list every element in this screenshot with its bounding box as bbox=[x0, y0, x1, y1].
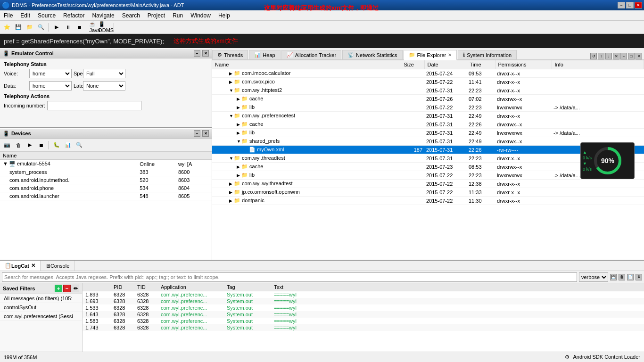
filter-edit-btn[interactable]: ✏ bbox=[72, 285, 79, 292]
incoming-number-input[interactable] bbox=[47, 101, 141, 110]
emulator-minimize[interactable]: − bbox=[194, 50, 200, 57]
col-status bbox=[137, 152, 175, 160]
log-row[interactable]: 1.693 6328 6328 com.wyl.preferenc... Sys… bbox=[83, 298, 644, 304]
menu-search[interactable]: Search bbox=[118, 10, 144, 20]
toolbar-btn-5[interactable]: ▶ bbox=[51, 22, 62, 33]
filter-preferencetest[interactable]: com.wyl.preferencetest (Sessi bbox=[0, 312, 82, 321]
menu-run[interactable]: Run bbox=[169, 10, 187, 20]
fe-row[interactable]: ▶📁 lib 2015-07-22 22:23 lrwxrwxrwx -> /d… bbox=[212, 171, 644, 180]
window-title: DDMS - PreferenceTest/src/com/wyl/prefer… bbox=[12, 2, 184, 8]
voice-select[interactable]: home bbox=[29, 69, 72, 78]
tab-threads[interactable]: ⚙ Threads bbox=[212, 50, 248, 59]
tab-explorer-close[interactable]: ✕ bbox=[448, 52, 452, 58]
menu-navigate[interactable]: Navigate bbox=[88, 10, 118, 20]
filter-all-messages[interactable]: All messages (no filters) (105: bbox=[0, 294, 82, 303]
toolbar-btn-1[interactable]: ⭐ bbox=[2, 22, 12, 33]
fe-row[interactable]: ▶📁 cache 2015-07-26 07:02 drwxrwx--x bbox=[212, 95, 644, 103]
logcat-btn3[interactable]: 📄 bbox=[627, 274, 634, 280]
panel-del[interactable]: ✕ bbox=[613, 53, 619, 59]
logcat-save-btn[interactable]: 💾 bbox=[610, 274, 617, 280]
fe-row[interactable]: ▶📁 lib 2015-07-22 22:23 lrwxrwxrwx -> /d… bbox=[212, 103, 644, 112]
filter-remove-btn[interactable]: − bbox=[63, 285, 71, 292]
menu-help[interactable]: Help bbox=[215, 10, 234, 20]
close-button[interactable]: ✕ bbox=[635, 2, 642, 8]
toolbar-btn-7[interactable]: ⏹ bbox=[74, 22, 84, 33]
device-row-launcher[interactable]: com.android.launcher 548 8605 bbox=[0, 192, 212, 200]
devices-close[interactable]: ✕ bbox=[202, 130, 209, 137]
latency-select[interactable]: None bbox=[83, 81, 125, 90]
log-row[interactable]: 1.533 6328 6328 com.wyl.preferenc... Sys… bbox=[83, 304, 644, 311]
verbose-select[interactable]: verbose debug info warn error bbox=[579, 272, 608, 282]
panel-up[interactable]: ↑ bbox=[598, 53, 604, 59]
fe-row[interactable]: ▶📁 com.svox.pico 2015-07-22 11:41 drwxr-… bbox=[212, 78, 644, 86]
tab-heap[interactable]: 📊 Heap bbox=[249, 50, 280, 59]
fe-row[interactable]: ▶📁 jp.co.omronsoft.openwnn 2015-07-22 11… bbox=[212, 188, 644, 197]
devices-toolbar-btn-6[interactable]: 📊 bbox=[63, 140, 73, 150]
menu-project[interactable]: Project bbox=[144, 10, 169, 20]
fe-row[interactable]: ▼📁 com.wyl.httptest2 2015-07-31 22:23 dr… bbox=[212, 86, 644, 95]
toolbar-btn-2[interactable]: 💾 bbox=[13, 22, 24, 33]
devices-toolbar-btn-2[interactable]: 🗑 bbox=[13, 140, 24, 150]
logcat-scroll-btn[interactable]: ⬇ bbox=[636, 274, 642, 280]
tab-console[interactable]: 🖥 Console bbox=[41, 261, 74, 271]
devices-toolbar-btn-3[interactable]: ▶ bbox=[25, 140, 35, 150]
device-row-inputmethod[interactable]: com.android.inputmethod.l 520 8603 bbox=[0, 176, 212, 184]
panel-close2[interactable]: ✕ bbox=[636, 53, 642, 59]
maximize-button[interactable]: □ bbox=[626, 2, 634, 8]
fe-row[interactable]: ▶📁 dontpanic 2015-07-22 11:30 drwxr-x--x bbox=[212, 197, 644, 205]
toolbar-btn-4[interactable]: 🔍 bbox=[36, 22, 46, 33]
logcat-clear-btn[interactable]: 🗑 bbox=[619, 274, 625, 280]
filter-add-btn[interactable]: + bbox=[55, 285, 62, 292]
devices-toolbar-btn-4[interactable]: ⏹ bbox=[36, 140, 46, 150]
menu-edit[interactable]: Edit bbox=[17, 10, 34, 20]
fe-row[interactable]: ▶📁 lib 2015-07-31 22:49 lrwxrwxrwx -> /d… bbox=[212, 129, 644, 137]
panel-refresh[interactable]: ↺ bbox=[590, 53, 597, 59]
menu-source[interactable]: Source bbox=[34, 10, 59, 20]
logcat-search-input[interactable] bbox=[2, 272, 577, 282]
devices-toolbar-btn-7[interactable]: 🔍 bbox=[74, 140, 84, 150]
toolbar-btn-6[interactable]: ⏸ bbox=[63, 22, 73, 33]
menu-refactor[interactable]: Refactor bbox=[59, 10, 88, 20]
device-row-emulator[interactable]: ▼🖥️ emulator-5554 Online wyl [A bbox=[0, 160, 212, 168]
fe-row[interactable]: ▼📁 com.wyl.threadtest 2015-07-31 22:23 d… bbox=[212, 154, 644, 163]
toolbar-sep-2 bbox=[87, 23, 87, 32]
panel-down[interactable]: ↓ bbox=[605, 53, 612, 59]
tab-explorer[interactable]: 📁 File Explorer ✕ bbox=[404, 50, 457, 60]
log-row[interactable]: 1.643 6328 6328 com.wyl.preferenc... Sys… bbox=[83, 311, 644, 318]
fe-row[interactable]: ▼📁 com.wyl.preferencetest 2015-07-31 22:… bbox=[212, 112, 644, 120]
device-row-phone[interactable]: com.android.phone 534 8604 bbox=[0, 184, 212, 192]
tab-allocation[interactable]: 📈 Allocation Tracker bbox=[281, 50, 341, 59]
devices-minimize[interactable]: − bbox=[194, 130, 200, 137]
down-arrow-icon: ▼ bbox=[583, 161, 592, 166]
filter-controlsysout[interactable]: controlSysOut bbox=[0, 303, 82, 312]
devices-toolbar-btn-5[interactable]: 🐛 bbox=[51, 140, 62, 150]
menu-file[interactable]: File bbox=[0, 10, 17, 20]
fe-row[interactable]: ▶📁 com.imooc.calculator 2015-07-24 09:53… bbox=[212, 69, 644, 78]
log-row[interactable]: 1.893 6328 6328 com.wyl.preferenc... Sys… bbox=[83, 291, 644, 298]
menu-window[interactable]: Window bbox=[187, 10, 215, 20]
data-select[interactable]: home bbox=[29, 81, 72, 90]
fe-row[interactable]: ▼📁 shared_prefs 2015-07-31 22:49 drwxrwx… bbox=[212, 137, 644, 146]
panel-max[interactable]: □ bbox=[628, 53, 635, 59]
toolbar-btn-3[interactable]: 📁 bbox=[25, 22, 35, 33]
log-row[interactable]: 1.743 6328 6328 com.wyl.preferenc... Sys… bbox=[83, 324, 644, 331]
tab-logcat[interactable]: 📋 LogCat ✕ bbox=[0, 261, 41, 271]
logcat-close-icon[interactable]: ✕ bbox=[31, 263, 35, 269]
toolbar-ddms[interactable]: 📱 DDMS bbox=[101, 22, 111, 33]
panel-min[interactable]: − bbox=[620, 53, 627, 59]
tab-sysinfo[interactable]: ℹ System Information bbox=[458, 50, 517, 59]
log-row[interactable]: 1.583 6328 6328 com.wyl.preferenc... Sys… bbox=[83, 318, 644, 324]
emulator-close[interactable]: ✕ bbox=[202, 50, 209, 57]
devices-panel: 📱 Devices − ✕ 📷 🗑 ▶ ⏹ 🐛 📊 � bbox=[0, 128, 212, 260]
device-row-system[interactable]: system_process 383 8600 bbox=[0, 168, 212, 176]
tab-network[interactable]: 📡 Network Statistics bbox=[342, 50, 402, 59]
fe-row[interactable]: 📄 myOwn.xml 187 2015-07-31 22:26 -rw-rw-… bbox=[212, 146, 644, 154]
col-log-text: Text bbox=[271, 283, 644, 291]
fe-row[interactable]: ▶📁 com.wyl.wylthreadtest 2015-07-22 12:3… bbox=[212, 180, 644, 188]
fe-row[interactable]: ▶📁 cache 2015-07-23 08:53 drwxrwx--x bbox=[212, 163, 644, 171]
speed-select[interactable]: Full bbox=[83, 69, 125, 78]
minimize-button[interactable]: − bbox=[618, 2, 625, 8]
devices-toolbar-btn-1[interactable]: 📷 bbox=[2, 140, 12, 150]
fe-row[interactable]: ▶📁 cache 2015-07-31 22:26 drwxrwx--x bbox=[212, 120, 644, 129]
expand-icon[interactable]: ▼ bbox=[3, 161, 8, 166]
